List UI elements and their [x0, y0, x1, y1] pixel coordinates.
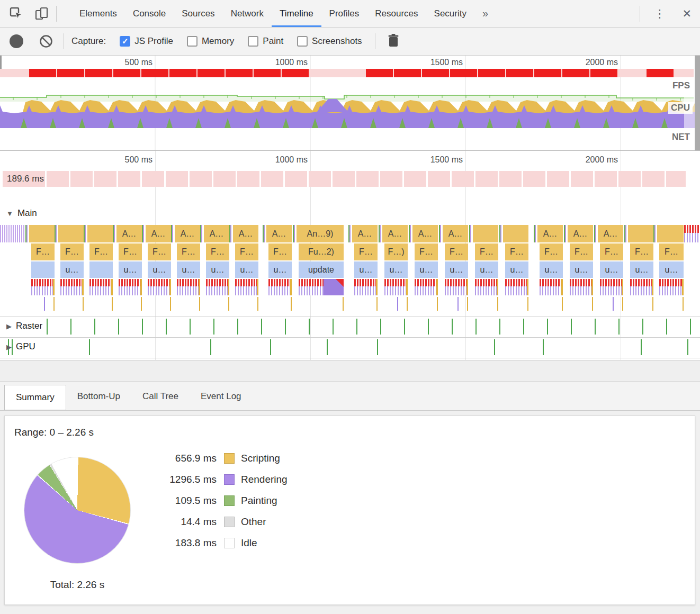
flame-striped-block[interactable]	[505, 279, 528, 295]
flame-striped-block[interactable]	[354, 279, 378, 295]
flame-block-animation[interactable]: A…	[537, 225, 563, 242]
flame-block-animation[interactable]	[29, 225, 55, 242]
flame-striped-block[interactable]	[475, 279, 498, 295]
details-tab-summary[interactable]: Summary	[4, 385, 66, 410]
flame-block-update[interactable]: u…	[60, 261, 84, 278]
flame-striped-block[interactable]	[415, 279, 438, 295]
flame-striped-block[interactable]	[684, 225, 700, 242]
flame-block-function[interactable]: F…	[354, 243, 378, 260]
flame-striped-block[interactable]	[177, 279, 200, 295]
flame-striped-block[interactable]	[540, 279, 563, 295]
flame-striped-block[interactable]	[268, 279, 292, 295]
legend-swatch[interactable]	[224, 517, 235, 527]
flame-block-function[interactable]: F…	[177, 243, 200, 260]
flame-block-animation[interactable]: A…	[443, 225, 468, 242]
summary-pie-chart[interactable]	[24, 457, 130, 563]
kebab-menu-icon[interactable]: ⋮	[645, 0, 674, 27]
flame-block-animation[interactable]	[628, 225, 653, 242]
tab-network[interactable]: Network	[223, 0, 272, 27]
flame-block-update[interactable]: u…	[505, 261, 528, 278]
track-header-gpu[interactable]: ▶ GPU	[6, 341, 35, 352]
flame-block-animation[interactable]: A…	[233, 225, 258, 242]
flame-block-animation[interactable]: A…	[568, 225, 593, 242]
timeline-overview[interactable]: 500 ms1000 ms1500 ms2000 ms FPSCPUNET	[0, 56, 700, 151]
flame-block-function[interactable]: F…	[119, 243, 142, 260]
flame-block-update[interactable]: u…	[148, 261, 171, 278]
flame-striped-block[interactable]	[299, 279, 324, 295]
flame-block-animation[interactable]: An…9)	[297, 225, 344, 242]
legend-swatch[interactable]	[224, 453, 235, 464]
trash-icon[interactable]	[387, 33, 400, 50]
flame-block-update[interactable]: u…	[268, 261, 292, 278]
flame-block-update[interactable]: u…	[384, 261, 408, 278]
unchecked-checkbox-icon[interactable]	[248, 36, 258, 47]
flame-block-animation[interactable]: A…	[175, 225, 200, 242]
expand-arrow-icon[interactable]: ▶	[6, 322, 12, 330]
flame-block-update[interactable]: u…	[206, 261, 229, 278]
flame-block-update[interactable]: u…	[475, 261, 498, 278]
flame-block-function[interactable]: F…	[600, 243, 623, 260]
flame-striped-block[interactable]	[445, 279, 468, 295]
flame-striped-block[interactable]	[31, 279, 55, 295]
flame-block-update[interactable]: u…	[119, 261, 142, 278]
flame-block-function[interactable]: F…)	[384, 243, 408, 260]
flame-block-update[interactable]: u…	[415, 261, 438, 278]
flame-block-function[interactable]: F…	[60, 243, 84, 260]
flame-striped-block[interactable]	[206, 279, 229, 295]
tab-overflow-chevron[interactable]: »	[474, 7, 496, 20]
tab-sources[interactable]: Sources	[174, 0, 222, 27]
flame-block-function[interactable]: Fu…2)	[299, 243, 344, 260]
flame-block-update[interactable]	[89, 261, 113, 278]
device-toolbar-icon[interactable]	[33, 5, 51, 23]
checkbox-js-profile[interactable]: ✓JS Profile	[120, 36, 173, 47]
checkbox-memory[interactable]: Memory	[187, 36, 234, 47]
flame-block-update[interactable]	[31, 261, 55, 278]
flame-idle-block[interactable]	[0, 225, 25, 242]
tab-timeline[interactable]: Timeline	[272, 0, 321, 27]
flame-block-animation[interactable]	[87, 225, 113, 242]
tab-profiles[interactable]: Profiles	[321, 0, 367, 27]
flame-block-function[interactable]: F…	[89, 243, 113, 260]
details-tab-call-tree[interactable]: Call Tree	[131, 391, 190, 402]
close-icon[interactable]: ✕	[674, 0, 700, 27]
flame-block-animation[interactable]: A…	[382, 225, 408, 242]
flame-striped-block[interactable]	[119, 279, 142, 295]
track-header-raster[interactable]: ▶ Raster	[6, 321, 42, 331]
tab-security[interactable]: Security	[426, 0, 474, 27]
flame-block-function[interactable]: F…	[630, 243, 653, 260]
flame-block-animation[interactable]: A…	[204, 225, 229, 242]
expand-arrow-icon[interactable]: ▶	[6, 343, 12, 351]
legend-swatch[interactable]	[224, 474, 235, 485]
flame-long-task-block[interactable]	[324, 279, 344, 295]
flame-block-animation[interactable]: A…	[598, 225, 623, 242]
flame-block-function[interactable]: F…	[148, 243, 171, 260]
flame-block-update[interactable]: u…	[659, 261, 684, 278]
flame-block-function[interactable]: F…	[475, 243, 498, 260]
flame-block-function[interactable]: F…	[570, 243, 593, 260]
legend-swatch[interactable]	[224, 538, 235, 548]
clear-recording-icon[interactable]	[39, 34, 53, 48]
flame-block-update[interactable]: u…	[540, 261, 563, 278]
overview-graph[interactable]	[0, 56, 700, 150]
flame-block-update[interactable]: u…	[570, 261, 593, 278]
flame-block-function[interactable]: F…	[268, 243, 292, 260]
flame-block-update[interactable]: u…	[177, 261, 200, 278]
flame-block-update[interactable]: u…	[600, 261, 623, 278]
flame-block-update[interactable]: u…	[445, 261, 468, 278]
flame-block-animation[interactable]	[58, 225, 84, 242]
flame-striped-block[interactable]	[148, 279, 171, 295]
flame-block-function[interactable]: F…	[540, 243, 563, 260]
details-tab-bottom-up[interactable]: Bottom-Up	[66, 391, 131, 402]
checkbox-paint[interactable]: Paint	[248, 36, 283, 47]
checked-checkbox-icon[interactable]: ✓	[120, 36, 130, 47]
flame-block-function[interactable]: F…	[31, 243, 55, 260]
tab-resources[interactable]: Resources	[367, 0, 426, 27]
flame-block-function[interactable]: F…	[445, 243, 468, 260]
flame-block-animation[interactable]	[473, 225, 498, 242]
tab-console[interactable]: Console	[125, 0, 174, 27]
tab-elements[interactable]: Elements	[71, 0, 125, 27]
flame-block-update[interactable]: u…	[354, 261, 378, 278]
flame-block-animation[interactable]	[657, 225, 684, 242]
flame-striped-block[interactable]	[570, 279, 593, 295]
flame-striped-block[interactable]	[659, 279, 684, 295]
